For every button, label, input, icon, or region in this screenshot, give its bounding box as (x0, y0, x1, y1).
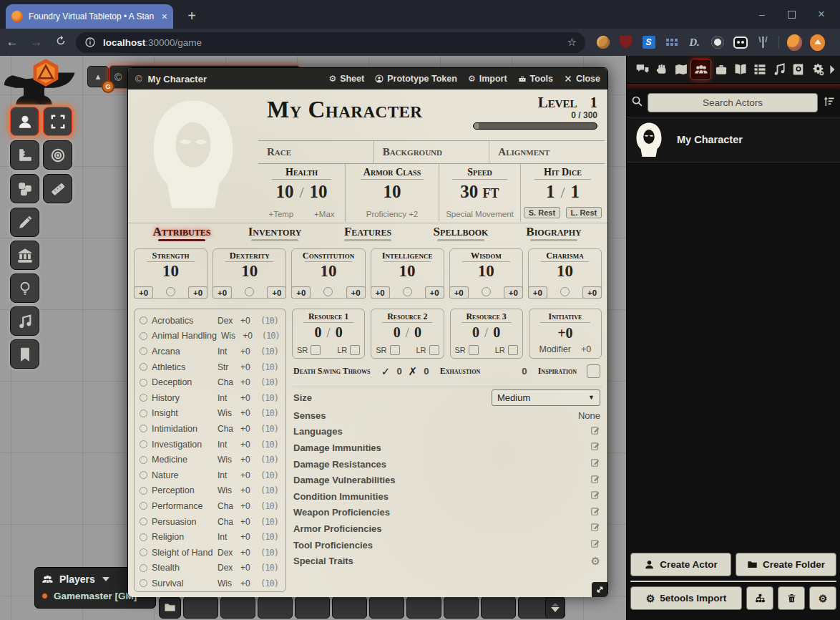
skill-row[interactable]: Sleight of Hand Dex +0 (10) (140, 545, 280, 561)
skill-row[interactable]: Medicine Wis +0 (10) (140, 452, 280, 468)
hp-tempmax-label[interactable]: +Max (314, 210, 334, 218)
skill-name[interactable]: Religion (152, 532, 213, 542)
macro-slot[interactable] (295, 596, 330, 619)
page-info-icon[interactable] (84, 37, 96, 48)
inspiration-checkbox[interactable] (587, 364, 600, 378)
lighting-tool-button[interactable] (10, 273, 39, 303)
bookmark-star-icon[interactable]: ☆ (567, 36, 577, 49)
skill-name[interactable]: Sleight of Hand (152, 548, 213, 558)
trait-select[interactable]: Medium▼ (492, 389, 600, 406)
sheet-tab[interactable]: Spellbook (414, 225, 507, 246)
skill-row[interactable]: Deception Cha +0 (10) (140, 374, 280, 390)
ability-check-mod[interactable]: +0 (346, 286, 366, 299)
ruler-tool-button[interactable] (43, 174, 72, 203)
ability-block[interactable]: Dexterity 10 +0 +0 (213, 248, 286, 299)
dice-tool-button[interactable] (10, 174, 39, 203)
tools-button[interactable]: Tools (518, 74, 553, 84)
skill-row[interactable]: Persuasion Cha +0 (10) (140, 514, 280, 530)
skill-proficiency-radio[interactable] (140, 456, 147, 464)
browser-update-button[interactable] (810, 35, 825, 50)
ability-value-input[interactable]: 10 (371, 262, 444, 281)
proficiency-radio[interactable] (245, 287, 254, 296)
skill-proficiency-radio[interactable] (140, 425, 147, 432)
ability-value-input[interactable]: 10 (292, 262, 364, 281)
skill-proficiency-radio[interactable] (140, 564, 147, 572)
proficiency-radio[interactable] (166, 287, 175, 296)
ability-save-mod[interactable]: +0 (213, 286, 232, 299)
target-tool-button[interactable] (43, 140, 72, 170)
short-rest-checkbox[interactable] (311, 345, 321, 355)
skill-row[interactable]: Arcana Int +0 (10) (140, 344, 280, 359)
long-rest-checkbox[interactable] (508, 345, 518, 355)
xp-text[interactable]: 0 / 300 (473, 110, 597, 120)
tables-tab[interactable] (750, 59, 769, 80)
skill-row[interactable]: Intimidation Cha +0 (10) (140, 421, 280, 437)
trait-edit-button[interactable] (590, 490, 600, 503)
create-folder-button[interactable]: Create Folder (736, 553, 836, 576)
skill-name[interactable]: Intimidation (152, 424, 213, 434)
skill-proficiency-radio[interactable] (140, 316, 147, 324)
d-extension-icon[interactable]: D. (687, 35, 702, 50)
template-tool-button[interactable] (10, 140, 39, 170)
profile-avatar[interactable] (787, 35, 802, 50)
proficiency-radio[interactable] (482, 287, 491, 296)
skill-proficiency-radio[interactable] (140, 471, 147, 479)
skill-row[interactable]: Nature Int +0 (10) (140, 468, 280, 483)
proficiency-radio[interactable] (323, 287, 333, 296)
ability-block[interactable]: Constitution 10 +0 +0 (291, 248, 365, 299)
ability-check-mod[interactable]: +0 (267, 286, 286, 299)
tab-close-icon[interactable]: × (162, 11, 167, 21)
ability-value-input[interactable]: 10 (529, 262, 601, 281)
skill-name[interactable]: Arcana (152, 347, 213, 357)
forward-button[interactable]: → (24, 35, 49, 49)
skill-name[interactable]: Animal Handling (152, 331, 217, 341)
ability-block[interactable]: Wisdom 10 +0 +0 (449, 248, 523, 299)
grid-extension-icon[interactable] (664, 35, 679, 50)
skill-name[interactable]: Insight (152, 408, 213, 418)
settings-tab[interactable] (808, 59, 827, 80)
skill-proficiency-radio[interactable] (140, 440, 147, 448)
import-button[interactable]: ⚙Import (468, 74, 507, 84)
hit-dice-current[interactable]: 1 (546, 182, 555, 202)
minimize-button[interactable]: – (756, 9, 768, 20)
skill-row[interactable]: Insight Wis +0 (10) (140, 406, 280, 422)
proficiency-radio[interactable] (403, 287, 412, 296)
robot-extension-icon[interactable] (733, 35, 748, 50)
hp-max-input[interactable]: 10 (310, 182, 328, 202)
macro-folder-button[interactable] (159, 596, 181, 619)
skill-proficiency-radio[interactable] (140, 363, 147, 371)
ability-check-mod[interactable]: +0 (425, 286, 444, 299)
sheet-config-button[interactable]: ⚙Sheet (328, 74, 364, 84)
skill-proficiency-radio[interactable] (140, 579, 147, 587)
token-tool-button[interactable] (10, 107, 39, 136)
trait-edit-button[interactable] (590, 522, 600, 535)
ability-save-mod[interactable]: +0 (528, 286, 547, 299)
skill-proficiency-radio[interactable] (140, 394, 147, 402)
skill-proficiency-radio[interactable] (140, 379, 147, 387)
trait-edit-button[interactable] (590, 506, 600, 519)
ac-value-input[interactable]: 10 (384, 182, 401, 202)
drawing-tool-button[interactable] (10, 208, 39, 237)
create-actor-button[interactable]: Create Actor (630, 553, 731, 576)
skill-name[interactable]: Athletics (152, 362, 213, 372)
special-movement-label[interactable]: Special Movement (446, 210, 514, 218)
configure-button[interactable]: ⚙ (809, 586, 836, 610)
fork-extension-icon[interactable] (756, 35, 771, 50)
skill-row[interactable]: Performance Cha +0 (10) (140, 498, 280, 514)
close-window-button[interactable]: × (816, 7, 827, 21)
race-field[interactable]: Race (258, 141, 374, 163)
resource-max-input[interactable]: 0 (414, 324, 421, 341)
hp-temp-label[interactable]: +Temp (268, 210, 293, 218)
scenes-tab[interactable] (671, 59, 690, 80)
skill-row[interactable]: Acrobatics Dex +0 (10) (140, 313, 280, 329)
resource-value-input[interactable]: 0 (315, 324, 322, 341)
close-sheet-button[interactable]: Close (564, 74, 600, 84)
long-rest-checkbox[interactable] (429, 345, 439, 355)
ability-save-mod[interactable]: +0 (134, 286, 153, 299)
skill-row[interactable]: Investigation Int +0 (10) (140, 437, 280, 452)
short-rest-checkbox[interactable] (390, 345, 400, 355)
cookie-extension-icon[interactable] (595, 35, 610, 50)
macro-slot[interactable] (444, 596, 479, 619)
ability-save-mod[interactable]: +0 (371, 286, 390, 299)
proficiency-radio[interactable] (560, 287, 570, 296)
